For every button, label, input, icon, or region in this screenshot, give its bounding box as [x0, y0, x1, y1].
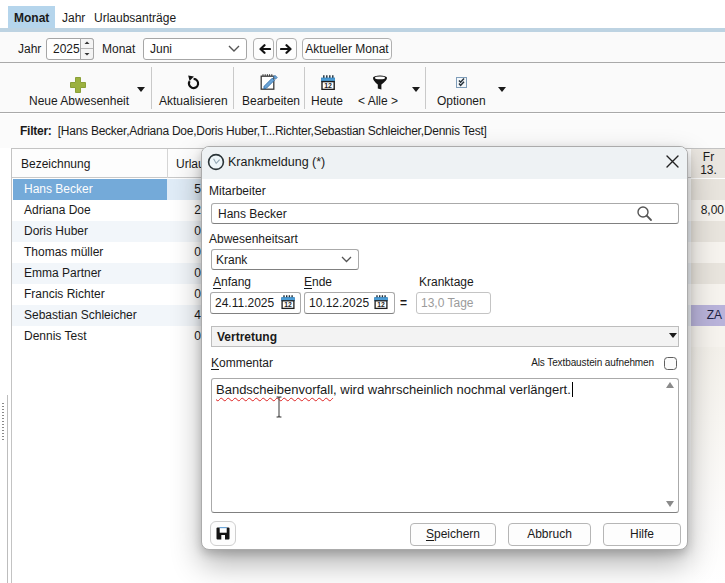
svg-text:12: 12 — [377, 301, 385, 308]
svg-text:12: 12 — [284, 301, 292, 308]
svg-text:12: 12 — [324, 82, 332, 89]
